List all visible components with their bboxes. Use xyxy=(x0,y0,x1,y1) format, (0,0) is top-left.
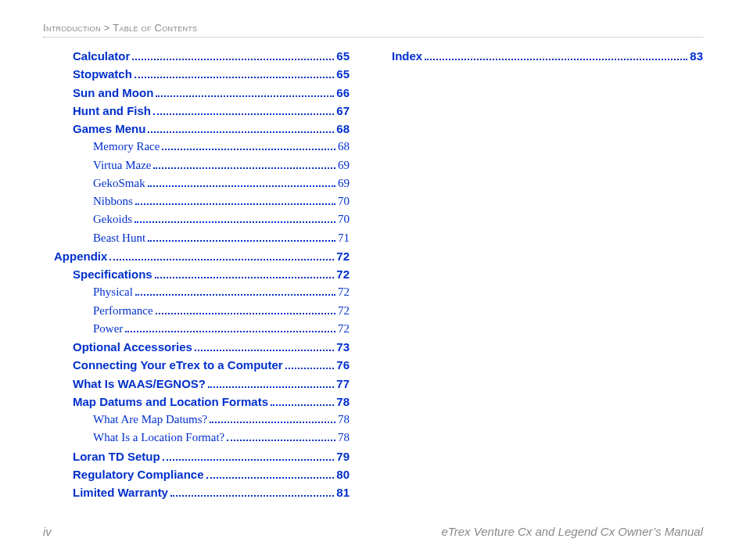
toc-leader-dots xyxy=(134,221,335,223)
toc-page: 73 xyxy=(336,338,350,356)
toc-page: 81 xyxy=(336,483,350,501)
breadcrumb: Introduction > Table of Contents xyxy=(43,22,703,38)
toc-page: 66 xyxy=(336,84,350,102)
toc-label: Connecting Your eTrex to a Computer xyxy=(73,356,283,374)
toc-page: 71 xyxy=(338,229,350,247)
toc-label: Nibbons xyxy=(93,192,133,210)
toc-page: 78 xyxy=(336,393,350,411)
toc-page: 79 xyxy=(336,447,350,465)
toc-leader-dots xyxy=(132,59,334,60)
toc-entry[interactable]: Beast Hunt71 xyxy=(43,229,350,247)
toc-label: Performance xyxy=(93,302,153,320)
toc-label: Regulatory Compliance xyxy=(73,465,204,483)
toc-entry[interactable]: What Are Map Datums?78 xyxy=(43,411,350,429)
toc-entry[interactable]: Regulatory Compliance80 xyxy=(43,465,350,483)
toc-label: Calculator xyxy=(73,47,130,65)
toc-page: 65 xyxy=(336,65,350,83)
toc-leader-dots xyxy=(156,95,334,97)
toc-entry[interactable]: Limited Warranty81 xyxy=(43,483,350,501)
toc-leader-dots xyxy=(170,495,334,497)
toc-label: Physical xyxy=(93,283,133,301)
toc-entry[interactable]: Performance72 xyxy=(43,302,350,320)
toc-entry[interactable]: Calculator65 xyxy=(43,47,350,65)
toc-page: 76 xyxy=(336,356,350,374)
toc-page: 72 xyxy=(338,320,350,338)
toc-entry[interactable]: Nibbons70 xyxy=(43,192,350,210)
toc-page: 70 xyxy=(338,210,350,228)
toc-label: GekoSmak xyxy=(93,174,145,192)
toc-leader-dots xyxy=(271,404,334,406)
toc-label: Index xyxy=(392,47,422,65)
toc-entry[interactable]: Gekoids70 xyxy=(43,210,350,228)
toc-entry[interactable]: Index83 xyxy=(381,47,703,65)
toc-page: 78 xyxy=(338,411,350,429)
toc-entry[interactable]: Hunt and Fish67 xyxy=(43,102,350,120)
toc-label: What Are Map Datums? xyxy=(93,411,207,429)
toc-leader-dots xyxy=(210,422,335,423)
toc-page: 72 xyxy=(338,283,350,301)
toc-page: 69 xyxy=(338,156,350,174)
toc-leader-dots xyxy=(162,149,335,150)
toc-col-right: Index83 xyxy=(373,47,703,513)
toc-leader-dots xyxy=(153,167,335,169)
toc-page: 67 xyxy=(336,102,350,120)
toc-entry[interactable]: Connecting Your eTrex to a Computer76 xyxy=(43,356,350,374)
toc-entry[interactable]: Appendix72 xyxy=(43,247,350,265)
toc-leader-dots xyxy=(148,240,335,242)
toc-entry[interactable]: Power72 xyxy=(43,320,350,338)
breadcrumb-page: Table of Contents xyxy=(113,22,197,34)
toc-page: 83 xyxy=(690,47,703,65)
toc-entry[interactable]: Loran TD Setup79 xyxy=(43,447,350,465)
toc-entry[interactable]: Memory Race68 xyxy=(43,138,350,156)
toc-entry[interactable]: What Is a Location Format?78 xyxy=(43,429,350,447)
toc-leader-dots xyxy=(195,350,334,351)
toc-leader-dots xyxy=(285,368,335,369)
toc-entry[interactable]: What Is WAAS/EGNOS?77 xyxy=(43,375,350,393)
toc-leader-dots xyxy=(135,294,335,296)
toc-entry[interactable]: Games Menu68 xyxy=(43,120,350,138)
toc-label: Power xyxy=(93,320,123,338)
toc-label: Optional Accessories xyxy=(73,338,192,356)
toc-entry[interactable]: Stopwatch65 xyxy=(43,65,350,83)
toc-leader-dots xyxy=(208,386,334,388)
toc-label: Sun and Moon xyxy=(73,84,153,102)
toc-leader-dots xyxy=(155,277,335,278)
toc-page: 69 xyxy=(338,174,350,192)
toc-page: 70 xyxy=(338,192,350,210)
toc-leader-dots xyxy=(109,259,334,260)
toc-entry[interactable]: Specifications72 xyxy=(43,265,350,283)
toc-leader-dots xyxy=(206,477,335,479)
breadcrumb-section: Introduction xyxy=(43,22,101,34)
toc-entry[interactable]: GekoSmak69 xyxy=(43,174,350,192)
toc-label: Limited Warranty xyxy=(73,483,168,501)
toc-leader-dots xyxy=(134,77,334,78)
toc-label: Appendix xyxy=(54,247,107,265)
toc-page: 68 xyxy=(338,138,350,156)
toc-leader-dots xyxy=(425,59,687,60)
toc-label: Virtua Maze xyxy=(93,156,151,174)
toc-leader-dots xyxy=(153,113,334,115)
toc-page: 72 xyxy=(336,265,350,283)
toc-label: What Is a Location Format? xyxy=(93,429,224,447)
toc-entry[interactable]: Optional Accessories73 xyxy=(43,338,350,356)
toc-leader-dots xyxy=(163,459,335,461)
toc-leader-dots xyxy=(156,313,335,314)
toc-leader-dots xyxy=(227,440,335,441)
toc-page: 77 xyxy=(336,375,350,393)
toc-columns: Calculator65Stopwatch65Sun and Moon66Hun… xyxy=(43,47,703,513)
toc-label: Beast Hunt xyxy=(93,229,145,247)
toc-leader-dots xyxy=(148,131,334,133)
toc-page: 65 xyxy=(336,47,350,65)
toc-leader-dots xyxy=(125,331,335,332)
toc-page: 80 xyxy=(336,465,350,483)
toc-page: 68 xyxy=(336,120,350,138)
page-number: iv xyxy=(43,525,52,538)
toc-label: Hunt and Fish xyxy=(73,102,151,120)
toc-entry[interactable]: Physical72 xyxy=(43,283,350,301)
footer: iv eTrex Venture Cx and Legend Cx Owner’… xyxy=(43,525,703,538)
toc-entry[interactable]: Map Datums and Location Formats78 xyxy=(43,393,350,411)
toc-label: Games Menu xyxy=(73,120,145,138)
toc-entry[interactable]: Virtua Maze69 xyxy=(43,156,350,174)
toc-entry[interactable]: Sun and Moon66 xyxy=(43,84,350,102)
toc-page: 72 xyxy=(336,247,350,265)
